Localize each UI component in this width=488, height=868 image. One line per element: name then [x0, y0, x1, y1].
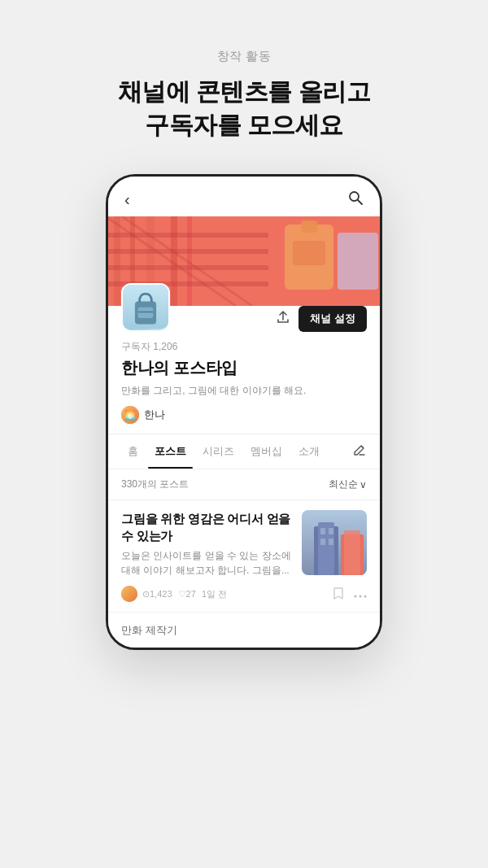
post-meta-left: ⊙1,423 ♡27 1일 전 [121, 586, 230, 602]
author-row: 🌅 한나 [121, 406, 367, 424]
tab-home[interactable]: 홈 [121, 434, 145, 469]
post-excerpt: 오늘은 인사이트를 얻을 수 있는 장소에 대해 이야기 해보고자 합니다. 그… [121, 548, 292, 578]
category-label: 만화 제작기 [121, 624, 177, 636]
svg-rect-32 [329, 528, 333, 534]
svg-rect-16 [301, 220, 317, 233]
svg-point-0 [350, 192, 359, 201]
post-content: 그림을 위한 영감은 어디서 얻을 수 있는가 오늘은 인사이트를 얻을 수 있… [121, 510, 367, 586]
channel-avatar [121, 283, 170, 332]
tab-about[interactable]: 소개 [292, 434, 326, 469]
tab-post[interactable]: 포스트 [148, 434, 193, 469]
svg-rect-4 [114, 216, 120, 306]
tabs-bar: 홈 포스트 시리즈 멤버십 소개 [108, 434, 380, 469]
edit-icon[interactable] [352, 443, 367, 460]
post-count: 330개의 포스트 [121, 478, 189, 491]
svg-line-1 [358, 200, 362, 204]
svg-point-40 [364, 595, 367, 598]
bookmark-button[interactable] [333, 587, 344, 602]
svg-rect-18 [338, 233, 378, 290]
header-subtitle: 창작 활동 [118, 49, 371, 64]
subscriber-count: 구독자 1,206 [121, 340, 367, 354]
sort-label: 최신순 [329, 478, 358, 491]
svg-text:🌅: 🌅 [124, 409, 136, 421]
svg-rect-36 [344, 530, 360, 575]
header-title-line1: 채널에 콘텐츠를 올리고 [118, 78, 371, 105]
header-title-line2: 구독자를 모으세요 [145, 111, 343, 138]
sort-arrow: ∨ [359, 479, 367, 491]
post-meta-info: ⊙1,423 ♡27 1일 전 [142, 588, 230, 600]
post-meta-row: ⊙1,423 ♡27 1일 전 [121, 586, 367, 602]
author-name: 한나 [144, 408, 165, 422]
svg-rect-10 [108, 249, 268, 254]
svg-rect-33 [320, 539, 325, 545]
tab-series[interactable]: 시리즈 [196, 434, 241, 469]
phone-mockup: ‹ [106, 174, 382, 650]
svg-rect-31 [320, 528, 325, 534]
svg-rect-22 [138, 308, 154, 318]
svg-rect-34 [329, 539, 333, 545]
post-date: 1일 전 [202, 589, 227, 599]
channel-settings-button[interactable]: 채널 설정 [298, 306, 367, 332]
profile-actions: 채널 설정 [276, 306, 367, 332]
author-avatar: 🌅 [121, 406, 139, 424]
channel-name: 한나의 포스타입 [121, 357, 367, 379]
tab-membership[interactable]: 멤버십 [244, 434, 289, 469]
page-header: 창작 활동 채널에 콘텐츠를 올리고 구독자를 모으세요 [118, 49, 371, 142]
svg-rect-11 [108, 265, 268, 270]
post-text: 그림을 위한 영감은 어디서 얻을 수 있는가 오늘은 인사이트를 얻을 수 있… [121, 510, 292, 586]
svg-rect-17 [293, 241, 325, 265]
post-views: ⊙1,423 [142, 589, 172, 599]
more-options-button[interactable] [354, 587, 367, 600]
header-title: 채널에 콘텐츠를 올리고 구독자를 모으세요 [118, 76, 371, 142]
post-item[interactable]: 그림을 위한 영감은 어디서 얻을 수 있는가 오늘은 인사이트를 얻을 수 있… [108, 499, 380, 612]
phone-nav-bar: ‹ [108, 177, 380, 216]
meta-author-avatar [121, 586, 137, 602]
post-meta-right [333, 587, 367, 602]
sort-button[interactable]: 최신순 ∨ [329, 478, 367, 491]
post-title: 그림을 위한 영감은 어디서 얻을 수 있는가 [121, 510, 292, 544]
svg-point-38 [355, 595, 357, 598]
post-likes: ♡27 [178, 589, 196, 599]
svg-point-39 [359, 595, 362, 598]
svg-point-37 [121, 586, 137, 602]
post-thumbnail [302, 510, 367, 575]
back-button[interactable]: ‹ [124, 190, 130, 209]
share-button[interactable] [276, 310, 290, 329]
channel-description: 만화를 그리고, 그림에 대한 이야기를 해요. [121, 383, 367, 398]
category-tag[interactable]: 만화 제작기 [108, 612, 380, 648]
search-button[interactable] [347, 190, 364, 210]
post-list-header: 330개의 포스트 최신순 ∨ [108, 469, 380, 499]
